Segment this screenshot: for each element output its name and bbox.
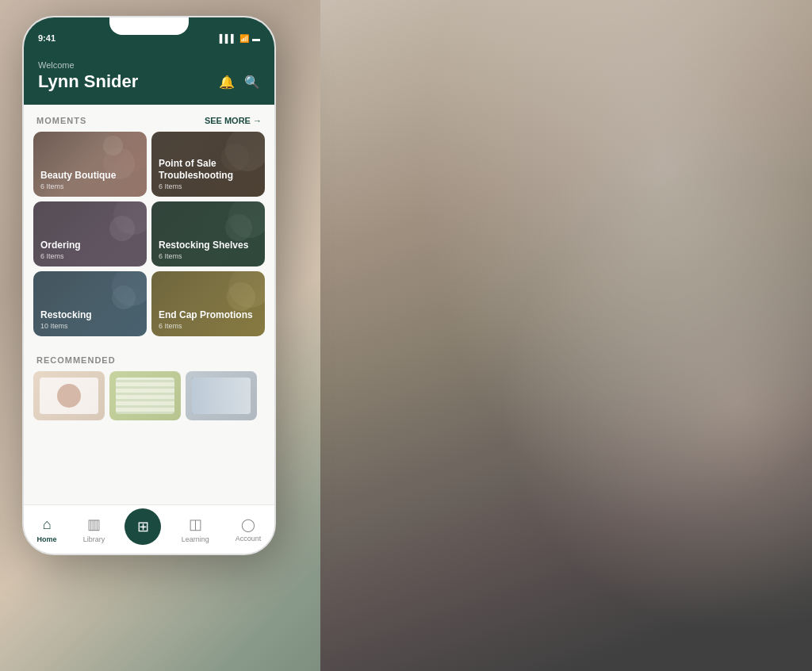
nav-home[interactable]: ⌂ Home (31, 513, 63, 546)
nav-library[interactable]: ▥ Library (77, 512, 112, 546)
bottom-nav: ⌂ Home ▥ Library ⊞ ◫ Learning ◯ Account (24, 504, 274, 554)
moments-grid: Beauty Boutique 6 Items Point of Sale Tr… (24, 132, 274, 336)
user-name: Lynn Snider (38, 71, 138, 92)
moments-header: MOMENTS SEE MORE → (24, 105, 274, 132)
phone-content: MOMENTS SEE MORE → Beauty Boutique 6 Ite… (24, 105, 274, 506)
status-bar: 9:41 ▌▌▌ 📶 ▬ (24, 17, 274, 52)
moment-content-restocking: Restocking 10 Items (40, 309, 142, 330)
moment-card-restocking[interactable]: Restocking 10 Items (33, 271, 147, 336)
moment-items-ordering: 6 Items (40, 252, 142, 260)
moment-card-pos[interactable]: Point of Sale Troubleshooting 6 Items (151, 132, 265, 197)
home-icon: ⌂ (43, 516, 52, 533)
nav-account[interactable]: ◯ Account (229, 514, 268, 546)
nav-learning[interactable]: ◫ Learning (175, 512, 216, 546)
moment-items-restocking-shelves: 6 Items (159, 252, 260, 260)
moment-title-restocking-shelves: Restocking Shelves (159, 240, 260, 251)
phone-notch (109, 17, 189, 35)
moment-card-restocking-shelves[interactable]: Restocking Shelves 6 Items (151, 201, 265, 266)
library-icon: ▥ (87, 516, 101, 533)
welcome-label: Welcome (38, 60, 260, 70)
see-more-button[interactable]: SEE MORE → (205, 116, 262, 125)
recommended-items (24, 371, 274, 420)
moment-items-beauty: 6 Items (40, 182, 142, 190)
account-icon: ◯ (241, 517, 255, 532)
moment-content-endcap: End Cap Promotions 6 Items (159, 309, 260, 330)
moment-card-beauty[interactable]: Beauty Boutique 6 Items (33, 132, 147, 197)
rec-card-3-inner (186, 371, 257, 420)
moment-card-endcap[interactable]: End Cap Promotions 6 Items (151, 271, 265, 336)
bell-icon[interactable]: 🔔 (219, 75, 235, 90)
status-time: 9:41 (38, 33, 56, 43)
phone-mockup: 9:41 ▌▌▌ 📶 ▬ Welcome Lynn Snider 🔔 🔍 M (22, 16, 276, 555)
moment-title-beauty: Beauty Boutique (40, 170, 142, 181)
scan-icon: ⊞ (137, 518, 149, 535)
signal-icon: ▌▌▌ (220, 34, 236, 43)
rec-card-1[interactable] (33, 371, 105, 420)
recommended-title: RECOMMENDED (36, 355, 116, 365)
person-background (320, 0, 812, 671)
learning-icon: ◫ (189, 516, 202, 533)
moment-content-pos: Point of Sale Troubleshooting 6 Items (159, 158, 260, 190)
moment-items-pos: 6 Items (159, 182, 260, 190)
moment-content-beauty: Beauty Boutique 6 Items (40, 170, 142, 190)
wifi-icon: 📶 (239, 34, 249, 43)
header-actions: 🔔 🔍 (219, 75, 260, 90)
home-label: Home (37, 535, 57, 543)
moment-title-pos: Point of Sale Troubleshooting (159, 158, 260, 181)
status-icons: ▌▌▌ 📶 ▬ (220, 34, 260, 43)
moments-title: MOMENTS (36, 116, 86, 125)
rec-card-3[interactable] (186, 371, 257, 420)
rec-card-2-inner (109, 371, 181, 420)
recommended-header: RECOMMENDED (24, 344, 274, 371)
moment-title-endcap: End Cap Promotions (159, 309, 260, 320)
moment-items-endcap: 6 Items (159, 322, 260, 330)
moment-title-restocking: Restocking (40, 309, 142, 320)
moment-title-ordering: Ordering (40, 240, 142, 251)
moment-items-restocking: 10 Items (40, 322, 142, 330)
moment-content-restocking-shelves: Restocking Shelves 6 Items (159, 240, 260, 260)
moment-card-ordering[interactable]: Ordering 6 Items (33, 201, 147, 266)
learning-label: Learning (182, 535, 209, 543)
app-header: Welcome Lynn Snider 🔔 🔍 (24, 52, 274, 105)
moment-content-ordering: Ordering 6 Items (40, 240, 142, 260)
recommended-section: RECOMMENDED (24, 336, 274, 420)
rec-card-1-inner (33, 371, 105, 420)
library-label: Library (83, 535, 105, 543)
nav-scan-button[interactable]: ⊞ (124, 508, 161, 545)
battery-icon: ▬ (252, 34, 260, 43)
search-icon[interactable]: 🔍 (244, 75, 260, 90)
account-label: Account (236, 535, 262, 543)
rec-card-2[interactable] (109, 371, 181, 420)
phone-frame: 9:41 ▌▌▌ 📶 ▬ Welcome Lynn Snider 🔔 🔍 M (22, 16, 276, 555)
